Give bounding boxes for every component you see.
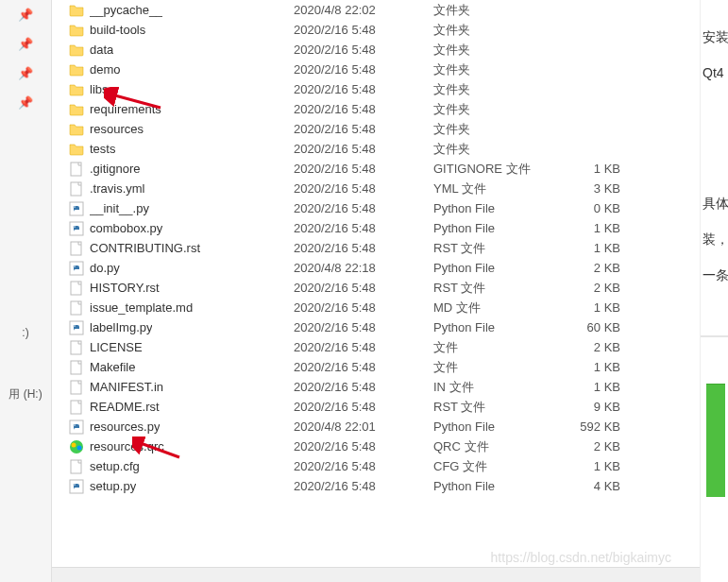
right-text: 安装 (701, 19, 728, 55)
svg-point-24 (74, 484, 76, 486)
file-name: demo (90, 62, 121, 77)
svg-rect-0 (71, 163, 81, 176)
file-date: 2020/2/16 5:48 (294, 360, 433, 374)
file-name: resources.py (90, 419, 160, 434)
sidebar-label-2[interactable]: 用 (H:) (0, 386, 51, 402)
file-row[interactable]: .gitignore2020/2/16 5:48GITIGNORE 文件1 KB (52, 159, 700, 179)
file-row[interactable]: __init__.py2020/2/16 5:48Python File0 KB (52, 198, 700, 218)
svg-point-8 (74, 265, 76, 267)
file-icon (69, 400, 84, 415)
file-row[interactable]: resources.qrc2020/2/16 5:48QRC 文件2 KB (52, 436, 700, 456)
folder-icon (69, 43, 84, 58)
file-size: 1 KB (554, 300, 620, 315)
file-size: 1 KB (554, 221, 620, 235)
file-date: 2020/4/8 22:01 (294, 419, 433, 434)
file-row[interactable]: HISTORY.rst2020/2/16 5:48RST 文件2 KB (52, 278, 700, 298)
file-type: 文件夹 (433, 121, 554, 138)
pin-icon[interactable]: 📌 (18, 8, 33, 22)
svg-rect-6 (71, 242, 81, 255)
green-bar (706, 384, 725, 497)
file-date: 2020/4/8 22:02 (294, 3, 433, 17)
py-icon (69, 320, 84, 335)
folder-icon (69, 3, 84, 18)
pin-icon[interactable]: 📌 (18, 95, 33, 110)
file-date: 2020/2/16 5:48 (294, 43, 433, 57)
file-row[interactable]: do.py2020/4/8 22:18Python File2 KB (52, 258, 700, 278)
svg-rect-22 (71, 460, 81, 473)
svg-point-20 (72, 442, 76, 447)
svg-rect-15 (71, 381, 81, 394)
right-text: Qt4 (701, 55, 728, 91)
file-name: resources.qrc (90, 439, 164, 454)
file-row[interactable]: requirements2020/2/16 5:48文件夹 (52, 99, 700, 119)
file-row[interactable]: resources2020/2/16 5:48文件夹 (52, 119, 700, 139)
file-row[interactable]: setup.py2020/2/16 5:48Python File4 KB (52, 476, 700, 496)
file-name: resources (90, 122, 144, 136)
file-type: YML 文件 (433, 180, 554, 197)
file-type: 文件夹 (433, 2, 554, 19)
file-date: 2020/2/16 5:48 (294, 459, 433, 473)
file-icon (69, 459, 84, 474)
pin-icon[interactable]: 📌 (18, 37, 33, 51)
svg-point-18 (74, 424, 76, 426)
file-row[interactable]: setup.cfg2020/2/16 5:48CFG 文件1 KB (52, 456, 700, 476)
folder-icon (69, 102, 84, 117)
file-icon (69, 241, 84, 256)
file-row[interactable]: combobox.py2020/2/16 5:48Python File1 KB (52, 218, 700, 238)
file-date: 2020/2/16 5:48 (294, 241, 433, 255)
file-row[interactable]: build-tools2020/2/16 5:48文件夹 (52, 20, 700, 40)
file-type: 文件 (433, 339, 554, 356)
file-date: 2020/2/16 5:48 (294, 380, 433, 394)
file-row[interactable]: CONTRIBUTING.rst2020/2/16 5:48RST 文件1 KB (52, 238, 700, 258)
file-type: 文件 (433, 359, 554, 376)
py-icon (69, 419, 84, 435)
file-row[interactable]: README.rst2020/2/16 5:48RST 文件9 KB (52, 397, 700, 417)
file-date: 2020/2/16 5:48 (294, 400, 433, 414)
file-date: 2020/2/16 5:48 (294, 479, 433, 493)
py-icon (69, 221, 84, 236)
file-type: Python File (433, 479, 554, 493)
file-type: 文件夹 (433, 61, 554, 78)
file-row[interactable]: tests2020/2/16 5:48文件夹 (52, 139, 700, 159)
file-list[interactable]: __pycache__2020/4/8 22:02文件夹build-tools2… (52, 0, 700, 582)
file-type: 文件夹 (433, 42, 554, 59)
right-text: 一条 (701, 257, 728, 293)
file-type: GITIGNORE 文件 (433, 161, 554, 178)
folder-icon (69, 142, 84, 157)
file-date: 2020/4/8 22:18 (294, 261, 433, 275)
watermark: https://blog.csdn.net/bigkaimyc (491, 550, 671, 565)
file-size: 2 KB (554, 340, 620, 354)
file-size: 3 KB (554, 181, 620, 196)
file-row[interactable]: issue_template.md2020/2/16 5:48MD 文件1 KB (52, 298, 700, 317)
file-row[interactable]: __pycache__2020/4/8 22:02文件夹 (52, 0, 700, 20)
file-row[interactable]: data2020/2/16 5:48文件夹 (52, 40, 700, 60)
file-size: 1 KB (554, 380, 620, 394)
file-size: 1 KB (554, 162, 620, 176)
right-panel: 安装 Qt4 具体 装， 一条 (700, 0, 728, 582)
file-icon (69, 340, 84, 355)
file-row[interactable]: .travis.yml2020/2/16 5:48YML 文件3 KB (52, 179, 700, 198)
sidebar-label-1[interactable]: :) (0, 326, 51, 339)
file-date: 2020/2/16 5:48 (294, 181, 433, 196)
file-size: 1 KB (554, 459, 620, 473)
pin-icon[interactable]: 📌 (18, 66, 33, 80)
file-name: LICENSE (90, 340, 143, 354)
svg-point-12 (74, 325, 76, 327)
file-row[interactable]: Makefile2020/2/16 5:48文件1 KB (52, 357, 700, 377)
file-row[interactable]: libs2020/2/16 5:48文件夹 (52, 79, 700, 99)
file-row[interactable]: LICENSE2020/2/16 5:48文件2 KB (52, 337, 700, 357)
file-size: 4 KB (554, 479, 620, 493)
file-type: RST 文件 (433, 399, 554, 416)
file-row[interactable]: resources.py2020/4/8 22:01Python File592… (52, 417, 700, 436)
file-date: 2020/2/16 5:48 (294, 82, 433, 96)
qrc-icon (69, 439, 84, 454)
file-row[interactable]: MANIFEST.in2020/2/16 5:48IN 文件1 KB (52, 377, 700, 397)
horizontal-scrollbar[interactable] (52, 567, 700, 582)
file-name: combobox.py (90, 221, 162, 235)
folder-icon (69, 82, 84, 97)
file-name: HISTORY.rst (90, 281, 160, 295)
file-name: MANIFEST.in (90, 380, 163, 394)
file-date: 2020/2/16 5:48 (294, 162, 433, 176)
file-row[interactable]: labelImg.py2020/2/16 5:48Python File60 K… (52, 317, 700, 337)
file-row[interactable]: demo2020/2/16 5:48文件夹 (52, 60, 700, 79)
